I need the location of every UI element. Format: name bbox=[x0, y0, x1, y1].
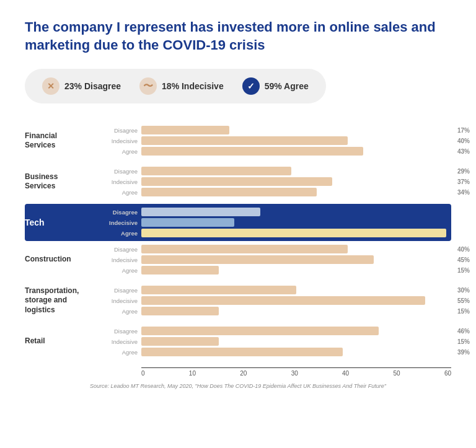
legend-disagree-label: 23% Disagree bbox=[64, 81, 121, 91]
bar-track-construction-1: 45% bbox=[141, 255, 451, 264]
row-label-financial-services: Financial Services bbox=[25, 122, 105, 159]
chart-row-business-services: Business ServicesDisagree29%Indecisive37… bbox=[25, 163, 451, 200]
bar-fill-transport-0 bbox=[141, 286, 296, 294]
bar-track-retail-0: 46% bbox=[141, 327, 451, 335]
sub-label-transport-1: Indecisive bbox=[105, 297, 138, 304]
sub-label-business-services-2: Agree bbox=[105, 189, 138, 196]
sub-label-tech-0: Disagree bbox=[105, 209, 138, 216]
sub-label-business-services-1: Indecisive bbox=[105, 178, 138, 185]
bar-fill-tech-0 bbox=[141, 208, 260, 216]
bar-fill-financial-services-1 bbox=[141, 136, 348, 145]
bar-fill-transport-1 bbox=[141, 296, 425, 305]
bar-track-tech-2: 59% bbox=[141, 229, 451, 237]
bar-value-financial-services-1: 40% bbox=[457, 138, 470, 144]
bar-wrapper-tech-1: Indecisive18% bbox=[105, 218, 451, 227]
bar-value-retail-0: 46% bbox=[457, 328, 470, 335]
bar-value-tech-2: 59% bbox=[459, 229, 474, 237]
bars-col-transport: Disagree30%Indecisive55%Agree15% bbox=[105, 282, 451, 319]
page-title: The company I represent has invested mor… bbox=[25, 19, 451, 54]
bar-track-financial-services-1: 40% bbox=[141, 136, 451, 145]
sub-label-transport-2: Agree bbox=[105, 308, 138, 315]
legend-agree-label: 59% Agree bbox=[265, 81, 309, 91]
bars-col-financial-services: Disagree17%Indecisive40%Agree43% bbox=[105, 122, 451, 159]
bar-wrapper-tech-0: Disagree23% bbox=[105, 208, 451, 216]
bar-value-transport-2: 15% bbox=[457, 308, 470, 315]
bar-fill-construction-1 bbox=[141, 255, 374, 264]
bar-wrapper-business-services-2: Agree34% bbox=[105, 188, 451, 196]
bars-col-retail: Disagree46%Indecisive15%Agree39% bbox=[105, 323, 451, 360]
bar-wrapper-financial-services-2: Agree43% bbox=[105, 147, 451, 156]
bar-value-construction-2: 15% bbox=[457, 267, 470, 274]
bar-wrapper-construction-0: Disagree40% bbox=[105, 245, 451, 253]
chart-row-construction: ConstructionDisagree40%Indecisive45%Agre… bbox=[25, 241, 451, 278]
bar-track-business-services-2: 34% bbox=[141, 188, 451, 196]
bar-value-business-services-0: 29% bbox=[457, 168, 470, 175]
chart-row-financial-services: Financial ServicesDisagree17%Indecisive4… bbox=[25, 122, 451, 159]
sub-label-construction-2: Agree bbox=[105, 267, 138, 274]
sub-label-financial-services-1: Indecisive bbox=[105, 138, 138, 144]
sub-label-construction-0: Disagree bbox=[105, 246, 138, 253]
bar-track-transport-1: 55% bbox=[141, 296, 451, 305]
row-label-text-transport: Transportation, storage and logistics bbox=[25, 286, 99, 315]
bar-fill-retail-2 bbox=[141, 348, 343, 356]
bar-track-transport-2: 15% bbox=[141, 307, 451, 315]
bars-col-tech: Disagree23%Indecisive18%Agree59% bbox=[105, 204, 451, 241]
bar-fill-tech-1 bbox=[141, 218, 234, 227]
disagree-icon: ✕ bbox=[42, 77, 60, 95]
bar-fill-retail-1 bbox=[141, 337, 219, 346]
legend-item-indecisive: 〜 18% Indecisive bbox=[139, 77, 224, 95]
chart-container: Financial ServicesDisagree17%Indecisive4… bbox=[25, 122, 451, 364]
bar-fill-financial-services-0 bbox=[141, 126, 229, 134]
bar-track-tech-1: 18% bbox=[141, 218, 451, 227]
chart-row-retail: RetailDisagree46%Indecisive15%Agree39% bbox=[25, 323, 451, 360]
row-label-text-financial-services: Financial Services bbox=[25, 131, 99, 151]
sub-label-financial-services-0: Disagree bbox=[105, 127, 138, 134]
bar-value-financial-services-2: 43% bbox=[457, 148, 470, 155]
bar-wrapper-business-services-0: Disagree29% bbox=[105, 167, 451, 175]
bar-fill-business-services-0 bbox=[141, 167, 291, 175]
sub-label-construction-1: Indecisive bbox=[105, 257, 138, 263]
legend-item-disagree: ✕ 23% Disagree bbox=[42, 77, 121, 95]
bar-fill-retail-0 bbox=[141, 327, 379, 335]
bar-wrapper-construction-2: Agree15% bbox=[105, 266, 451, 275]
page-container: The company I represent has invested mor… bbox=[25, 19, 451, 389]
bar-value-retail-1: 15% bbox=[457, 338, 470, 345]
bar-value-tech-1: 18% bbox=[459, 218, 474, 227]
bar-wrapper-business-services-1: Indecisive37% bbox=[105, 177, 451, 186]
bar-track-transport-0: 30% bbox=[141, 286, 451, 294]
bar-track-retail-2: 39% bbox=[141, 348, 451, 356]
bar-track-business-services-1: 37% bbox=[141, 177, 451, 186]
row-label-text-construction: Construction bbox=[25, 255, 99, 265]
row-label-text-retail: Retail bbox=[25, 336, 99, 346]
bar-wrapper-financial-services-0: Disagree17% bbox=[105, 126, 451, 134]
bar-wrapper-retail-1: Indecisive15% bbox=[105, 337, 451, 346]
bar-wrapper-construction-1: Indecisive45% bbox=[105, 255, 451, 264]
row-label-text-tech: Tech bbox=[25, 217, 99, 228]
bar-fill-business-services-2 bbox=[141, 188, 317, 196]
bar-value-business-services-2: 34% bbox=[457, 189, 470, 196]
sub-label-tech-1: Indecisive bbox=[105, 219, 138, 226]
bar-wrapper-financial-services-1: Indecisive40% bbox=[105, 136, 451, 145]
bar-fill-construction-0 bbox=[141, 245, 348, 253]
bars-col-construction: Disagree40%Indecisive45%Agree15% bbox=[105, 241, 451, 278]
bar-track-construction-2: 15% bbox=[141, 266, 451, 275]
axis-row: 0 10 20 30 40 50 60 bbox=[25, 367, 451, 377]
sub-label-retail-2: Agree bbox=[105, 349, 138, 356]
sub-label-retail-0: Disagree bbox=[105, 328, 138, 335]
bar-value-construction-1: 45% bbox=[457, 257, 470, 263]
legend-box: ✕ 23% Disagree 〜 18% Indecisive ✓ 59% Ag… bbox=[25, 69, 326, 103]
row-label-construction: Construction bbox=[25, 241, 105, 278]
bar-track-financial-services-0: 17% bbox=[141, 126, 451, 134]
bar-fill-transport-2 bbox=[141, 307, 219, 315]
chart-row-tech: TechDisagree23%Indecisive18%Agree59% bbox=[25, 204, 451, 241]
bar-track-business-services-0: 29% bbox=[141, 167, 451, 175]
bar-track-retail-1: 15% bbox=[141, 337, 451, 346]
bar-track-construction-0: 40% bbox=[141, 245, 451, 253]
bar-fill-financial-services-2 bbox=[141, 147, 363, 156]
row-label-transport: Transportation, storage and logistics bbox=[25, 282, 105, 319]
sub-label-retail-1: Indecisive bbox=[105, 338, 138, 345]
bar-value-construction-0: 40% bbox=[457, 246, 470, 253]
bar-wrapper-transport-0: Disagree30% bbox=[105, 286, 451, 294]
row-label-tech: Tech bbox=[25, 204, 105, 241]
source-text: Source: Leadoo MT Research, May 2020, "H… bbox=[25, 383, 451, 389]
